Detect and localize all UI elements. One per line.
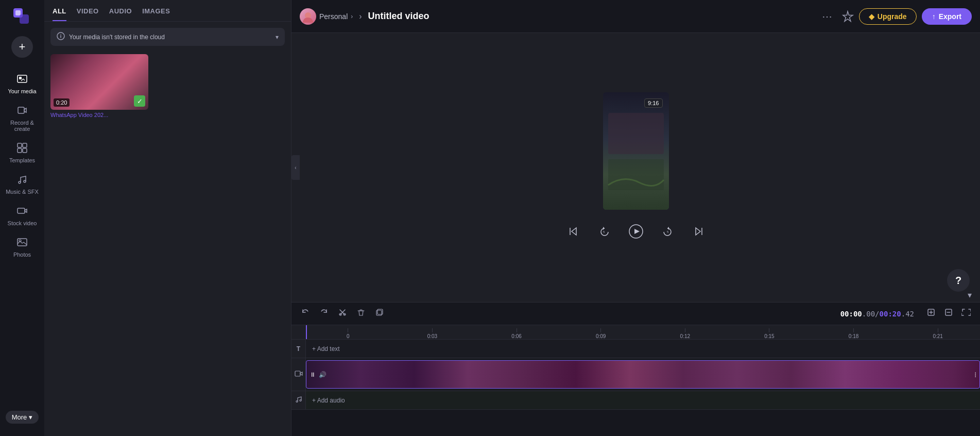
ruler-mark-1: 0:03 [390,328,475,339]
delete-button[interactable] [353,306,369,322]
video-track-icon [295,370,303,380]
record-create-icon [16,105,28,118]
audio-track-controls [291,391,306,409]
zoom-out-button[interactable] [941,306,956,321]
sidebar-item-label: Record & create [2,120,42,132]
ruler-mark-0: 0 [306,328,390,339]
pause-icon: ⏸ [310,371,316,378]
skip-to-start-button[interactable] [563,221,583,242]
upload-icon: ↑ [932,12,936,21]
timeline-area: 00:00 .00 / 00:20 .42 [291,302,980,436]
photos-icon [16,237,28,249]
timeline-toolbar: 00:00 .00 / 00:20 .42 [291,303,980,325]
zoom-controls [923,306,974,321]
forward-5s-button[interactable]: 5 [658,221,678,242]
svg-rect-3 [18,75,27,82]
project-title[interactable]: Untitled video [368,11,812,22]
fit-view-button[interactable] [958,306,974,321]
video-track-controls [291,358,306,391]
magic-button[interactable] [841,10,854,23]
tab-video[interactable]: VIDEO [77,7,99,21]
ruler-mark-6: 0:18 [812,328,896,339]
sidebar-item-photos[interactable]: Photos [0,231,44,263]
sidebar-item-music-sfx[interactable]: Music & SFX [0,169,44,200]
chevron-down-icon: ▾ [276,33,279,41]
text-track-controls: T [291,340,306,358]
list-item[interactable]: 0:20 ✓ WhatsApp Video 202... [50,54,148,118]
text-track-content[interactable]: + Add text [306,340,980,358]
timeline-tracks: T + Add text [291,340,980,436]
svg-rect-2 [20,14,29,24]
breadcrumb-separator: › [359,12,362,21]
current-time: 00:00 [840,310,862,318]
total-time: 00:20 [880,310,901,318]
svg-rect-19 [608,113,664,154]
help-button[interactable]: ? [947,269,970,292]
sidebar-item-your-media[interactable]: Your media [0,68,44,99]
stock-video-icon [16,205,28,218]
add-text-label[interactable]: + Add text [312,345,340,353]
video-preview [603,92,669,210]
more-options-button[interactable]: ⋯ [818,8,836,25]
sidebar-item-stock-video[interactable]: Stock video [0,200,44,231]
total-frames: .42 [901,310,914,318]
playback-controls: 5 5 [563,220,709,243]
audio-track-content[interactable]: + Add audio [306,391,980,409]
undo-button[interactable] [298,306,313,322]
templates-icon [16,142,28,155]
ruler-mark-5: 0:15 [727,328,812,339]
collapse-panel-button[interactable]: ‹ [291,155,300,180]
ellipsis-icon: ⋯ [822,11,832,22]
rewind-5s-button[interactable]: 5 [594,221,614,242]
svg-text:5: 5 [603,230,605,233]
upgrade-button[interactable]: ◆ Upgrade [859,8,917,25]
more-button[interactable]: More ▾ [6,411,39,424]
tab-audio[interactable]: AUDIO [109,7,132,21]
clip-end-handle[interactable]: ⁞ [974,371,976,379]
svg-rect-5 [18,107,24,113]
sidebar-item-templates[interactable]: Templates [0,137,44,169]
add-audio-label[interactable]: + Add audio [312,397,345,404]
time-display: 00:00 .00 / 00:20 .42 [840,310,914,318]
collapse-chevron[interactable]: ▾ [966,288,974,302]
media-library-panel: ALL VIDEO AUDIO IMAGES Your media isn't … [44,0,291,436]
workspace-selector[interactable]: Personal › [300,8,353,25]
sidebar-item-record-create[interactable]: Record & create [0,99,44,137]
media-thumbnail: 0:20 ✓ [50,54,148,110]
your-media-icon [16,73,28,86]
svg-rect-7 [23,143,27,147]
svg-rect-12 [18,208,25,213]
audio-icon: 🔊 [319,371,326,378]
video-track-content[interactable]: ⏸ 🔊 ⁞ [306,358,980,391]
redo-button[interactable] [316,306,332,322]
media-tabs: ALL VIDEO AUDIO IMAGES [44,0,291,22]
selected-checkmark: ✓ [134,95,145,107]
chevron-right-icon: › [351,13,353,20]
audio-track-icon [295,396,302,405]
ruler-mark-7: 0:21 [896,328,980,339]
diamond-icon: ◆ [869,12,874,21]
svg-rect-30 [295,371,300,376]
add-button[interactable]: + [11,36,33,58]
skip-to-end-button[interactable] [689,221,709,242]
video-clip[interactable]: ⏸ 🔊 ⁞ [306,360,980,389]
zoom-in-button[interactable] [923,306,939,321]
workspace-name: Personal [319,12,348,21]
info-icon [57,32,65,42]
timeline-ruler: 0 0:03 0:06 0:09 [291,325,980,340]
svg-rect-1 [15,10,21,15]
cloud-storage-notice[interactable]: Your media isn't stored in the cloud ▾ [50,28,285,46]
sidebar-item-label: Photos [13,251,31,258]
svg-point-11 [24,180,26,182]
playhead[interactable] [306,325,307,339]
play-button[interactable] [625,220,647,243]
top-bar-actions: ⋯ ◆ Upgrade ↑ Export [818,8,972,25]
tab-images[interactable]: IMAGES [142,7,170,21]
export-button[interactable]: ↑ Export [922,8,972,25]
duplicate-button[interactable] [372,306,387,322]
cut-button[interactable] [335,306,350,322]
video-duration: 0:20 [54,98,70,107]
tab-all[interactable]: ALL [53,7,66,21]
media-filename: WhatsApp Video 202... [50,112,148,118]
video-preview-container: 9:16 5 [563,92,709,243]
